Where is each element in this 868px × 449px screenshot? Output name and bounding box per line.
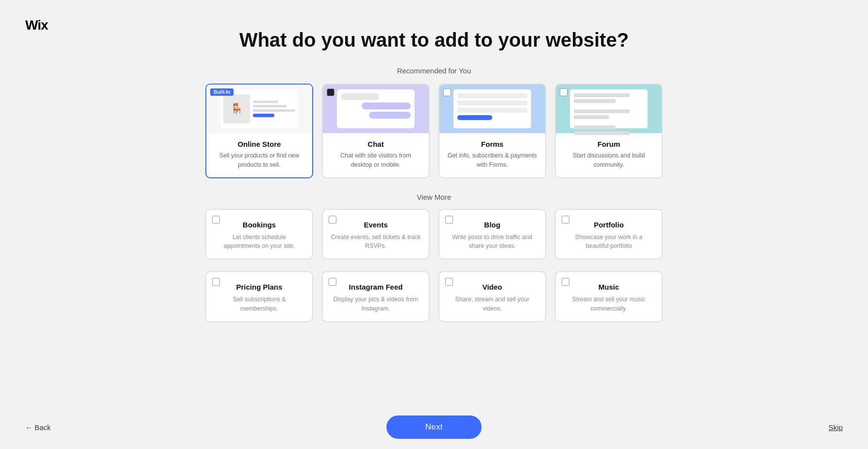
view-more-label: View More [417, 193, 451, 201]
card-forum-desc: Start discussions and build community. [564, 151, 654, 170]
card-pricing-plans-title: Pricing Plans [214, 283, 304, 291]
card-portfolio-title: Portfolio [564, 221, 654, 229]
card-forms-image [439, 85, 545, 133]
card-music[interactable]: Music Stream and sell your music commerc… [555, 271, 663, 322]
card-chat-checkbox [327, 88, 334, 96]
view-more-row2: Pricing Plans Sell subscriptions & membe… [205, 271, 663, 322]
card-online-store-body: Online Store Sell your products or find … [206, 133, 312, 177]
card-portfolio-checkbox [562, 216, 569, 224]
mock-bubble [369, 112, 411, 119]
card-events[interactable]: Events Create events, sell tickets & tra… [322, 209, 430, 260]
card-portfolio-desc: Showcase your work in a beautiful portfo… [564, 233, 654, 251]
mock-input [457, 93, 527, 98]
card-forum[interactable]: Forum Start discussions and build commun… [555, 84, 663, 178]
mock-post [574, 131, 630, 135]
bottom-nav: ← Back Next Skip [0, 405, 868, 449]
wix-logo: Wix [25, 17, 48, 33]
card-bookings-desc: Let clients schedule appointments on you… [214, 233, 304, 251]
card-events-checkbox [329, 216, 336, 224]
card-pricing-plans-checkbox [212, 278, 220, 286]
mock-bubble [341, 93, 379, 100]
chair-icon: 🪑 [223, 94, 250, 123]
main-content: What do you want to add to your website?… [0, 0, 868, 371]
card-forms-checkbox [443, 88, 451, 96]
card-blog-checkbox [445, 216, 453, 224]
mock-post [574, 115, 609, 119]
card-forum-body: Forum Start discussions and build commun… [556, 133, 662, 177]
card-music-title: Music [564, 283, 654, 291]
card-instagram-feed-checkbox [329, 278, 336, 286]
card-video-desc: Share, stream and sell your videos. [447, 295, 537, 313]
mock-post [574, 125, 616, 129]
mock-input [457, 101, 527, 105]
card-bookings-checkbox [212, 216, 220, 224]
card-online-store-desc: Sell your products or find new products … [214, 151, 304, 170]
store-mock-text [253, 101, 295, 117]
card-portfolio[interactable]: Portfolio Showcase your work in a beauti… [555, 209, 663, 260]
card-video[interactable]: Video Share, stream and sell your videos… [438, 271, 546, 322]
mock-btn [457, 115, 492, 120]
next-button[interactable]: Next [386, 415, 482, 439]
built-in-badge: Built-In [210, 88, 234, 96]
card-forms[interactable]: Forms Get info, subscribers & payments w… [438, 84, 546, 178]
view-more-row1: Bookings Let clients schedule appointmen… [205, 209, 663, 260]
mock-line-blue [253, 114, 274, 117]
card-online-store-title: Online Store [214, 140, 304, 148]
card-online-store-image: Built-In 🪑 [206, 85, 312, 133]
skip-button[interactable]: Skip [829, 423, 843, 432]
mock-post [574, 93, 630, 97]
card-online-store[interactable]: Built-In 🪑 Online Store Sell your produc… [205, 84, 313, 178]
card-video-title: Video [447, 283, 537, 291]
chat-mock [337, 89, 415, 128]
card-pricing-plans[interactable]: Pricing Plans Sell subscriptions & membe… [205, 271, 313, 322]
card-chat-image [323, 85, 429, 133]
card-events-desc: Create events, sell tickets & track RSVP… [331, 233, 421, 251]
card-instagram-feed-desc: Display your pics & videos from Instagra… [331, 295, 421, 313]
card-bookings-title: Bookings [214, 221, 304, 229]
card-chat[interactable]: Chat Chat with site visitors from deskto… [322, 84, 430, 178]
mock-bubble [362, 103, 411, 109]
card-video-checkbox [445, 278, 453, 286]
card-bookings[interactable]: Bookings Let clients schedule appointmen… [205, 209, 313, 260]
card-music-desc: Stream and sell your music commercially. [564, 295, 654, 313]
back-button[interactable]: ← Back [25, 423, 51, 432]
card-instagram-feed-title: Instagram Feed [331, 283, 421, 291]
card-chat-desc: Chat with site visitors from desktop or … [331, 151, 421, 170]
forum-mock [570, 89, 648, 128]
mock-line [253, 105, 287, 107]
mock-input [457, 108, 527, 113]
card-chat-title: Chat [331, 140, 421, 148]
card-forum-image [556, 85, 662, 133]
card-events-title: Events [331, 221, 421, 229]
card-blog-title: Blog [447, 221, 537, 229]
card-blog[interactable]: Blog Write posts to drive traffic and sh… [438, 209, 546, 260]
mock-line [253, 109, 295, 112]
card-pricing-plans-desc: Sell subscriptions & memberships. [214, 295, 304, 313]
card-instagram-feed[interactable]: Instagram Feed Display your pics & video… [322, 271, 430, 322]
card-music-checkbox [562, 278, 569, 286]
page-title: What do you want to add to your website? [239, 29, 629, 51]
mock-post [574, 99, 616, 103]
recommended-cards-row: Built-In 🪑 Online Store Sell your produc… [205, 84, 663, 178]
card-forms-body: Forms Get info, subscribers & payments w… [439, 133, 545, 177]
card-forms-title: Forms [447, 140, 537, 148]
card-forum-checkbox [560, 88, 568, 96]
card-forum-title: Forum [564, 140, 654, 148]
mock-post [574, 109, 630, 113]
card-blog-desc: Write posts to drive traffic and share y… [447, 233, 537, 251]
recommended-label: Recommended for You [397, 67, 471, 75]
forum-mock-content [574, 93, 644, 135]
mock-line [253, 101, 278, 103]
card-forms-desc: Get info, subscribers & payments with Fo… [447, 151, 537, 170]
svg-rect-0 [327, 89, 334, 96]
forms-mock [453, 89, 531, 128]
card-chat-body: Chat Chat with site visitors from deskto… [323, 133, 429, 177]
